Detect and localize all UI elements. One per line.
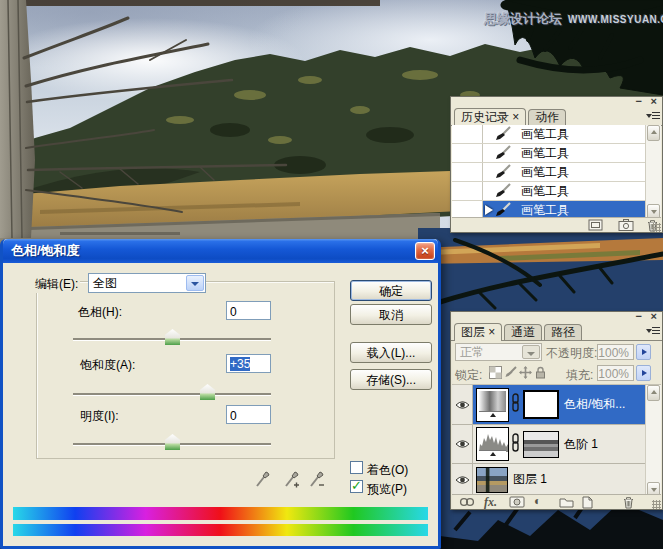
dialog-titlebar[interactable]: 色相/饱和度 × xyxy=(3,239,438,263)
history-row[interactable]: 画笔工具 xyxy=(452,144,661,163)
history-row[interactable]: 画笔工具 xyxy=(452,182,661,201)
colorize-checkbox[interactable] xyxy=(350,461,363,474)
preview-label[interactable]: 预览(P) xyxy=(367,481,407,498)
saturation-input[interactable]: +35 xyxy=(226,354,271,373)
visibility-toggle[interactable] xyxy=(452,464,473,495)
layer-row-levels[interactable]: 色阶 1 xyxy=(452,425,661,464)
layer-row-hue-saturation[interactable]: 色相/饱和... xyxy=(452,385,661,425)
layers-list: 色相/饱和... 色阶 1 图层 1 xyxy=(452,385,661,498)
layer-mask-thumbnail[interactable] xyxy=(523,431,559,458)
visibility-toggle[interactable] xyxy=(452,425,473,463)
load-button[interactable]: 载入(L)... xyxy=(350,342,432,363)
photoshop-workspace: 思缘设计论坛 WWW.MISSYUAN.COM − × 历史记录 × 动作 画笔… xyxy=(0,0,663,549)
lock-all-icon[interactable] xyxy=(534,366,547,382)
history-row-label: 画笔工具 xyxy=(521,145,569,162)
chevron-down-icon[interactable] xyxy=(522,345,540,359)
watermark-url: WWW.MISSYUAN.COM xyxy=(568,14,663,25)
visibility-toggle[interactable] xyxy=(452,385,473,424)
eyedropper-icon[interactable] xyxy=(255,466,271,491)
fill-value[interactable]: 100% xyxy=(597,365,634,381)
preview-checkbox[interactable]: ✓ xyxy=(350,480,363,493)
history-row[interactable]: 画笔工具 xyxy=(452,163,661,182)
layer-name[interactable]: 图层 1 xyxy=(513,471,547,488)
lock-position-icon[interactable] xyxy=(519,366,532,382)
close-icon[interactable]: × xyxy=(651,310,657,322)
history-brush-source-cell[interactable] xyxy=(452,125,483,143)
tab-paths[interactable]: 路径 xyxy=(544,324,582,340)
tab-history[interactable]: 历史记录 × xyxy=(454,108,526,126)
dialog-body: 编辑(E): 全图 色相(H): 饱和度(A): +35 明度(I): 确定 取… xyxy=(3,263,438,546)
link-layers-icon[interactable] xyxy=(458,496,476,511)
brush-icon xyxy=(495,164,511,181)
scroll-up-icon[interactable] xyxy=(647,385,660,401)
panel-menu-icon[interactable] xyxy=(645,110,660,123)
eyedropper-minus-icon[interactable] xyxy=(309,466,327,491)
history-row-label: 画笔工具 xyxy=(521,202,569,219)
history-brush-source-cell[interactable] xyxy=(452,182,483,200)
layers-scrollbar[interactable] xyxy=(645,385,661,498)
history-row-label: 画笔工具 xyxy=(521,164,569,181)
opacity-arrow-icon[interactable] xyxy=(636,344,651,360)
panel-menu-icon[interactable] xyxy=(645,325,660,338)
new-layer-icon[interactable] xyxy=(581,496,594,512)
minimize-icon[interactable]: − xyxy=(636,95,642,107)
layer-thumbnail[interactable] xyxy=(476,467,508,493)
layers-panel-toolbar: fx. ◐ xyxy=(452,494,661,509)
layers-panel-header[interactable]: − × xyxy=(451,312,662,323)
eyedropper-plus-icon[interactable] xyxy=(284,466,302,491)
tab-channels[interactable]: 通道 xyxy=(504,324,542,340)
panel-resize-grip[interactable] xyxy=(652,500,661,509)
history-brush-source-cell[interactable] xyxy=(452,163,483,181)
lightness-input[interactable] xyxy=(226,405,271,424)
scroll-up-icon[interactable] xyxy=(647,125,660,141)
colorize-label[interactable]: 着色(O) xyxy=(367,462,408,479)
layer-name[interactable]: 色相/饱和... xyxy=(564,396,625,413)
tab-actions[interactable]: 动作 xyxy=(528,109,566,125)
delete-layer-icon[interactable] xyxy=(622,496,635,512)
new-snapshot-icon[interactable] xyxy=(618,219,634,234)
history-scrollbar[interactable] xyxy=(645,125,661,220)
layer-style-icon[interactable]: fx. xyxy=(484,495,497,510)
layers-panel: − × 图层 × 通道 路径 正常 不透明度: 100% 锁定: 填充: 100… xyxy=(450,311,663,510)
dialog-close-button[interactable]: × xyxy=(415,242,435,260)
hue-input[interactable] xyxy=(226,301,271,320)
new-document-from-state-icon[interactable] xyxy=(588,219,603,234)
lock-paint-icon[interactable] xyxy=(504,366,517,382)
new-adjustment-layer-icon[interactable]: ◐ xyxy=(534,494,541,508)
watermark-site-name: 思缘设计论坛 xyxy=(484,10,562,28)
adjustment-thumbnail-levels[interactable] xyxy=(476,427,509,461)
blend-mode-select[interactable]: 正常 xyxy=(455,343,542,361)
saturation-slider-track[interactable] xyxy=(73,393,271,395)
edit-select[interactable]: 全图 xyxy=(88,273,206,293)
history-panel-header[interactable]: − × xyxy=(451,97,662,108)
fill-arrow-icon[interactable] xyxy=(636,365,651,381)
layer-row-layer1[interactable]: 图层 1 xyxy=(452,464,661,496)
saturation-label: 饱和度(A): xyxy=(78,357,137,374)
minimize-icon[interactable]: − xyxy=(636,310,642,322)
layer-mask-link-icon[interactable] xyxy=(511,433,520,456)
brush-icon xyxy=(495,202,511,219)
close-icon[interactable]: × xyxy=(651,95,657,107)
adjustment-slider-icon xyxy=(479,450,506,458)
opacity-value[interactable]: 100% xyxy=(597,344,634,360)
adjustment-thumbnail-hue-saturation[interactable] xyxy=(476,388,509,422)
ok-button[interactable]: 确定 xyxy=(350,280,432,301)
layer-mask-link-icon[interactable] xyxy=(511,393,520,416)
adjustment-slider-icon xyxy=(479,411,506,419)
hue-label: 色相(H): xyxy=(76,304,124,321)
history-brush-source-cell[interactable] xyxy=(452,144,483,162)
tab-layers[interactable]: 图层 × xyxy=(454,323,502,341)
layer-name[interactable]: 色阶 1 xyxy=(564,436,598,453)
new-group-icon[interactable] xyxy=(559,496,574,511)
history-row-label: 画笔工具 xyxy=(521,183,569,200)
lightness-label: 明度(I): xyxy=(78,408,121,425)
history-row[interactable]: 画笔工具 xyxy=(452,125,661,144)
cancel-button[interactable]: 取消 xyxy=(350,304,432,325)
lock-transparency-icon[interactable] xyxy=(489,366,502,382)
panel-resize-grip[interactable] xyxy=(652,223,661,232)
layer-mask-thumbnail[interactable] xyxy=(523,390,559,419)
opacity-label: 不透明度: xyxy=(546,345,597,362)
add-layer-mask-icon[interactable] xyxy=(509,496,525,511)
save-button[interactable]: 存储(S)... xyxy=(350,369,432,390)
chevron-down-icon[interactable] xyxy=(186,275,204,291)
